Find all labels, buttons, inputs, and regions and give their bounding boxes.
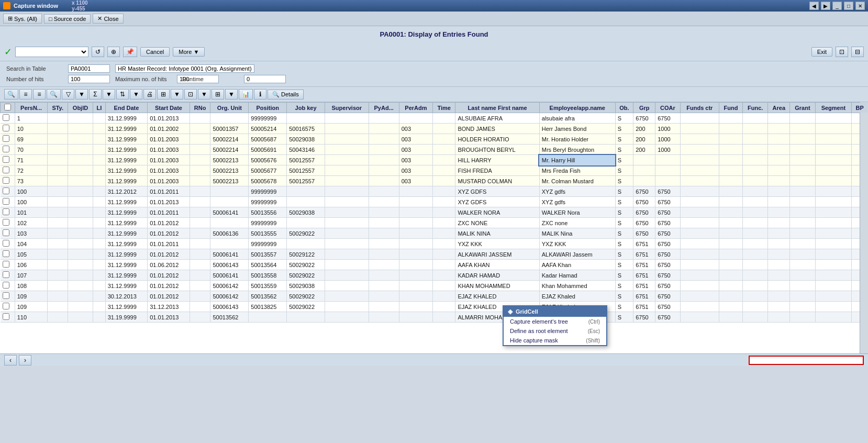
table-cell[interactable]: 31.12.9999 <box>105 239 148 249</box>
table-cell[interactable] <box>768 281 790 291</box>
table-cell[interactable] <box>399 218 432 228</box>
print-btn[interactable]: 🖨 <box>143 89 156 99</box>
table-cell[interactable]: 103 <box>15 228 48 239</box>
col-fund[interactable]: Fund <box>719 103 742 113</box>
table-cell[interactable]: 6750 <box>633 207 655 218</box>
table-cell[interactable]: 50005691 <box>249 145 287 155</box>
table-cell[interactable] <box>768 228 790 239</box>
table-cell[interactable] <box>68 312 93 323</box>
row-checkbox[interactable] <box>3 187 9 194</box>
table-cell[interactable]: 50013558 <box>249 270 287 281</box>
table-cell[interactable] <box>1 249 15 260</box>
table-cell[interactable]: 50029038 <box>287 134 325 145</box>
table-cell[interactable]: 31.12.9999 <box>105 155 148 165</box>
table-cell[interactable] <box>719 228 742 239</box>
table-cell[interactable] <box>743 176 768 186</box>
table-cell[interactable] <box>768 239 790 249</box>
table-cell[interactable]: 31.12.9999 <box>105 281 148 291</box>
table-cell[interactable] <box>68 124 93 134</box>
export-down-btn[interactable]: ▼ <box>198 89 210 99</box>
table-cell[interactable]: WALKER NORA <box>455 207 539 218</box>
table-cell[interactable] <box>719 113 742 124</box>
table-cell[interactable]: 50013562 <box>249 291 287 302</box>
table-cell[interactable]: 50013562 <box>210 312 249 323</box>
table-cell[interactable]: 6750 <box>655 260 680 270</box>
table-cell[interactable] <box>719 176 742 186</box>
table-cell[interactable] <box>768 197 790 207</box>
table-row[interactable]: 10031.12.999901.01.201399999999XYZ GDFSX… <box>1 197 868 207</box>
select-all-checkbox[interactable] <box>4 104 11 110</box>
sum-btn[interactable]: Σ <box>89 89 102 99</box>
table-cell[interactable]: 31.12.9999 <box>105 113 148 124</box>
table-cell[interactable]: 50006143 <box>210 302 249 312</box>
table-cell[interactable] <box>433 186 455 197</box>
table-cell[interactable] <box>768 207 790 218</box>
table-cell[interactable] <box>93 291 106 302</box>
table-cell[interactable] <box>719 197 742 207</box>
table-cell[interactable] <box>287 312 325 323</box>
table-cell[interactable] <box>210 239 249 249</box>
table-cell[interactable] <box>680 197 719 207</box>
table-cell[interactable] <box>369 145 399 155</box>
table-cell[interactable] <box>1 134 15 145</box>
table-row[interactable]: 10631.12.999901.06.201250006143500135645… <box>1 260 868 270</box>
col-bp[interactable]: BP <box>852 103 868 113</box>
sort-az-btn[interactable]: ⇅ <box>116 89 129 99</box>
table-cell[interactable]: 71 <box>15 155 48 165</box>
table-cell[interactable] <box>743 145 768 155</box>
table-cell[interactable] <box>815 197 852 207</box>
table-cell[interactable]: 01.01.2013 <box>148 113 190 124</box>
table-cell[interactable] <box>743 302 768 312</box>
table-cell[interactable] <box>768 186 790 197</box>
table-cell[interactable]: 6750 <box>655 239 680 249</box>
table-cell[interactable] <box>369 270 399 281</box>
window-close-btn[interactable]: ✕ <box>855 2 865 10</box>
table-cell[interactable]: KHAN MOHAMMED <box>455 281 539 291</box>
table-cell[interactable] <box>1 302 15 312</box>
table-cell[interactable]: S <box>615 281 633 291</box>
table-cell[interactable] <box>815 281 852 291</box>
row-checkbox[interactable] <box>3 303 9 309</box>
pin-btn[interactable]: 📌 <box>123 47 137 57</box>
table-cell[interactable]: 01.06.2012 <box>148 260 190 270</box>
table-cell[interactable]: Mr. Harry Hill <box>539 155 615 165</box>
table-cell[interactable] <box>190 281 210 291</box>
table-cell[interactable] <box>790 302 815 312</box>
table-row[interactable]: 10231.12.999901.01.201299999999ZXC NONEZ… <box>1 218 868 228</box>
table-cell[interactable] <box>768 124 790 134</box>
table-cell[interactable]: 108 <box>15 281 48 291</box>
table-cell[interactable] <box>433 312 455 323</box>
table-cell[interactable] <box>790 197 815 207</box>
table-cell[interactable] <box>743 291 768 302</box>
table-cell[interactable] <box>743 186 768 197</box>
table-cell[interactable] <box>815 260 852 270</box>
table-cell[interactable] <box>815 165 852 176</box>
window-min-btn[interactable]: _ <box>832 2 842 10</box>
table-cell[interactable] <box>93 239 106 249</box>
table-cell[interactable]: 6750 <box>655 228 680 239</box>
table-cell[interactable]: 50006142 <box>210 281 249 291</box>
table-cell[interactable] <box>743 249 768 260</box>
table-cell[interactable] <box>768 113 790 124</box>
table-cell[interactable]: 01.01.2003 <box>148 155 190 165</box>
table-cell[interactable]: S <box>615 228 633 239</box>
table-cell[interactable] <box>48 207 68 218</box>
table-row[interactable]: 10531.12.999901.01.201250006141500135575… <box>1 249 868 260</box>
table-cell[interactable]: 50006141 <box>210 270 249 281</box>
sum-down-btn[interactable]: ▼ <box>103 89 115 99</box>
table-cell[interactable]: 6750 <box>655 113 680 124</box>
table-cell[interactable] <box>68 249 93 260</box>
table-cell[interactable]: 31.12.9999 <box>105 176 148 186</box>
table-cell[interactable] <box>790 207 815 218</box>
table-cell[interactable]: 01.01.2003 <box>148 134 190 145</box>
table-cell[interactable] <box>399 197 432 207</box>
table-cell[interactable]: 6751 <box>633 239 655 249</box>
table-cell[interactable] <box>719 239 742 249</box>
table-cell[interactable]: BROUGHTON BERYL <box>455 145 539 155</box>
align-center-btn[interactable]: ≡ <box>33 89 46 99</box>
table-cell[interactable]: 31.12.9999 <box>105 249 148 260</box>
table-cell[interactable] <box>1 291 15 302</box>
table-cell[interactable] <box>768 155 790 165</box>
table-cell[interactable]: YXZ KKK <box>539 239 615 249</box>
table-cell[interactable]: 109 <box>15 291 48 302</box>
